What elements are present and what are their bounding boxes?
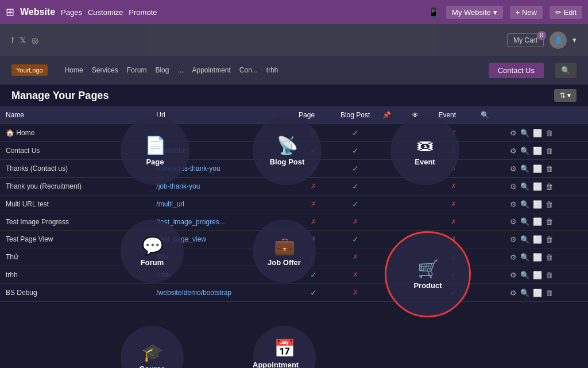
settings-icon[interactable]: ⚙ (510, 271, 517, 279)
circle-appointment[interactable]: 📅 Appointment Form (253, 326, 316, 368)
search-action-icon[interactable]: 🔍 (520, 200, 529, 209)
delete-icon[interactable]: 🗑 (546, 217, 553, 226)
cell-url[interactable]: /job-thank-you (150, 178, 293, 195)
copy-icon[interactable]: ⬜ (533, 164, 542, 173)
delete-icon[interactable]: 🗑 (546, 271, 553, 279)
promote-nav-link[interactable]: Promote (129, 8, 157, 17)
delete-icon[interactable]: 🗑 (546, 200, 553, 209)
pages-nav-link[interactable]: Pages (61, 8, 82, 17)
search-action-icon[interactable]: 🔍 (520, 235, 529, 244)
new-button[interactable]: + New (510, 6, 543, 19)
table-row: Thank you (Recruitment) /job-thank-you ✗… (0, 178, 588, 195)
cell-vis (406, 231, 433, 248)
edit-button[interactable]: ✏ Edit (550, 6, 582, 19)
copy-icon[interactable]: ⬜ (533, 182, 542, 191)
cell-pin (377, 231, 406, 248)
website-nav-appointment[interactable]: Appointment (192, 66, 230, 74)
cell-search (475, 195, 504, 213)
user-avatar[interactable]: 👤 (550, 32, 567, 49)
grid-icon[interactable]: ⊞ (6, 6, 14, 18)
twitter-icon[interactable]: 𝕏 (20, 36, 26, 45)
copy-icon[interactable]: ⬜ (533, 235, 542, 244)
copy-icon[interactable]: ⬜ (533, 253, 542, 262)
check-mark: ✓ (310, 288, 317, 297)
cell-url[interactable]: /test_page_view (150, 231, 293, 248)
website-nav-services[interactable]: Services (92, 66, 118, 74)
settings-icon[interactable]: ⚙ (510, 147, 517, 155)
search-action-icon[interactable]: 🔍 (520, 217, 529, 226)
search-action-icon[interactable]: 🔍 (520, 289, 529, 297)
cross-mark: ✗ (353, 271, 358, 279)
search-action-icon[interactable]: 🔍 (520, 182, 529, 191)
search-action-icon[interactable]: 🔍 (520, 271, 529, 279)
settings-icon[interactable]: ⚙ (510, 217, 517, 226)
customize-nav-link[interactable]: Customize (88, 8, 123, 17)
website-nav-blog[interactable]: Blog (155, 66, 169, 74)
cell-vis (406, 178, 433, 195)
website-nav-trhh[interactable]: trhh (266, 66, 278, 74)
website-nav-contact[interactable]: Con... (239, 66, 258, 74)
cross-mark: ✗ (451, 164, 457, 172)
settings-icon[interactable]: ⚙ (510, 235, 517, 244)
site-logo[interactable]: YourLogo (11, 64, 48, 76)
delete-icon[interactable]: 🗑 (546, 182, 553, 191)
cell-url[interactable]: /trhh (150, 266, 293, 284)
cell-url[interactable]: /test_image_progres... (150, 213, 293, 231)
cell-url[interactable]: /multi_url (150, 195, 293, 213)
instagram-icon[interactable]: ◎ (32, 36, 38, 45)
cell-blogpost: ✓ (335, 124, 377, 142)
search-action-icon[interactable]: 🔍 (520, 147, 529, 155)
website-nav-more[interactable]: ... (177, 66, 183, 74)
cross-mark: ✗ (451, 200, 457, 208)
check-mark: ✓ (310, 270, 317, 279)
copy-icon[interactable]: ⬜ (533, 129, 542, 137)
copy-icon[interactable]: ⬜ (533, 217, 542, 226)
delete-icon[interactable]: 🗑 (546, 289, 553, 297)
search-action-icon[interactable]: 🔍 (520, 129, 529, 137)
website-nav-forum[interactable]: Forum (127, 66, 147, 74)
search-action-icon[interactable]: 🔍 (520, 164, 529, 173)
col-header-name: Name (0, 106, 150, 124)
my-website-button[interactable]: My Website ▾ (446, 6, 503, 19)
facebook-icon[interactable]: f (11, 36, 14, 45)
copy-icon[interactable]: ⬜ (533, 271, 542, 279)
cell-url[interactable]: /contactus-thank-you (150, 160, 293, 178)
social-icons: f 𝕏 ◎ (11, 36, 38, 45)
settings-icon[interactable]: ⚙ (510, 289, 517, 297)
user-dropdown-icon[interactable]: ▾ (572, 36, 577, 44)
contact-us-button[interactable]: Contact Us (489, 63, 544, 78)
settings-icon[interactable]: ⚙ (510, 253, 517, 262)
settings-icon[interactable]: ⚙ (510, 182, 517, 191)
delete-icon[interactable]: 🗑 (546, 164, 553, 173)
cell-url[interactable]: /thu (150, 248, 293, 266)
cart-button[interactable]: My Cart 0 (507, 33, 544, 47)
website-nav-home[interactable]: Home (65, 66, 83, 74)
cell-url[interactable]: / (150, 124, 293, 142)
copy-icon[interactable]: ⬜ (533, 289, 542, 297)
cell-actions: ⚙ 🔍 ⬜ 🗑 (504, 231, 588, 248)
cross-mark: ✗ (311, 200, 316, 208)
cart-section: My Cart 0 👤 ▾ (507, 32, 577, 49)
mobile-preview-icon[interactable]: 📱 (428, 7, 439, 18)
cell-actions: ⚙ 🔍 ⬜ 🗑 (504, 124, 588, 142)
search-action-icon[interactable]: 🔍 (520, 253, 529, 262)
copy-icon[interactable]: ⬜ (533, 200, 542, 209)
search-button[interactable]: 🔍 (555, 63, 577, 78)
delete-icon[interactable]: 🗑 (546, 129, 553, 137)
circle-course[interactable]: 🎓 Course (121, 326, 184, 368)
cell-url[interactable]: /website/demo/bootstrap (150, 284, 293, 302)
delete-icon[interactable]: 🗑 (546, 147, 553, 155)
delete-icon[interactable]: 🗑 (546, 235, 553, 244)
settings-icon[interactable]: ⚙ (510, 129, 517, 137)
cell-event: ✗ (432, 124, 475, 142)
delete-icon[interactable]: 🗑 (546, 253, 553, 262)
cell-blogpost: ✓ (335, 231, 377, 248)
table-row: Contact Us /contactus ✓ ✓ ✗ ⚙ 🔍 ⬜ 🗑 (0, 142, 588, 160)
cell-url[interactable]: /contactus (150, 142, 293, 160)
sort-button[interactable]: ⇅ ▾ (554, 89, 577, 102)
settings-icon[interactable]: ⚙ (510, 200, 517, 209)
settings-icon[interactable]: ⚙ (510, 164, 517, 173)
page-header: Manage Your Pages ⇅ ▾ (0, 85, 588, 106)
cell-name: Thử (0, 248, 150, 266)
copy-icon[interactable]: ⬜ (533, 147, 542, 155)
